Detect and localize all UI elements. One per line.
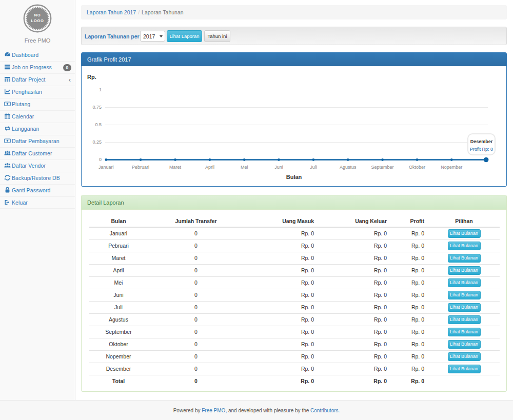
svg-text:LOGO: LOGO — [31, 18, 44, 23]
svg-text:NO: NO — [34, 13, 41, 17]
